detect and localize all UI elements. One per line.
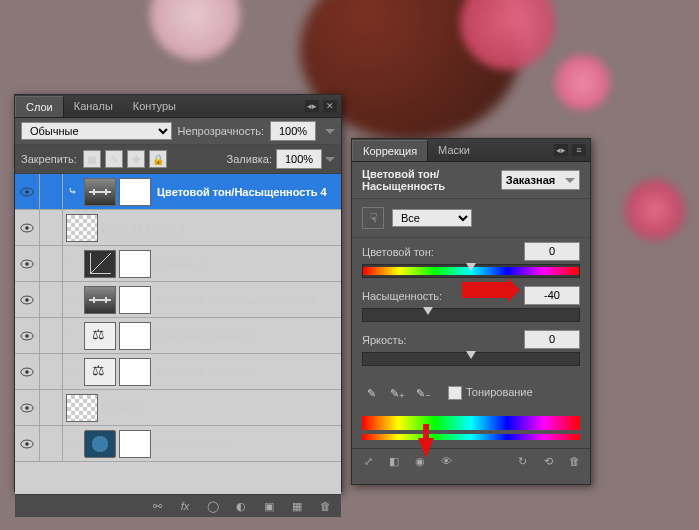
- adjustment-thumbnail: [84, 358, 116, 386]
- layer-name[interactable]: Кривые 4: [157, 258, 341, 270]
- lightness-slider-row: Яркость:0: [352, 326, 590, 370]
- fx-icon[interactable]: fx: [177, 499, 193, 513]
- tab-channels[interactable]: Каналы: [64, 96, 123, 116]
- visibility-toggle[interactable]: [15, 246, 40, 281]
- saturation-label: Насыщенность:: [362, 290, 442, 302]
- preset-select[interactable]: Заказная: [501, 170, 580, 190]
- chevron-down-icon[interactable]: [325, 129, 335, 134]
- lightness-slider[interactable]: [362, 352, 580, 366]
- clip-indent: ⤷: [63, 329, 81, 342]
- hue-value[interactable]: 0: [524, 242, 580, 261]
- link-col: [40, 282, 63, 317]
- layer-mask-thumbnail[interactable]: [119, 358, 151, 386]
- svg-point-15: [25, 442, 29, 446]
- eyedroppers-row: ✎ ✎₊ ✎₋ Тонирование: [352, 370, 590, 408]
- adjustment-thumbnail: [84, 178, 116, 206]
- tab-masks[interactable]: Маски: [428, 140, 480, 160]
- new-adjustment-icon[interactable]: ◐: [233, 499, 249, 513]
- layer-name[interactable]: Слой 18 копия 3: [101, 222, 341, 234]
- lock-transparent-icon[interactable]: ▦: [83, 150, 101, 168]
- saturation-slider[interactable]: [362, 308, 580, 322]
- layer-row[interactable]: ⤷ Цветовой тон/Насыщенность 4: [15, 174, 341, 210]
- layer-row[interactable]: ⤷ Цветовой баланс 1: [15, 354, 341, 390]
- layer-name[interactable]: Цветовой баланс 1: [157, 366, 341, 378]
- layers-panel: Слои Каналы Контуры ◂▸ ✕ Обычные Непрозр…: [14, 94, 342, 492]
- layer-mask-thumbnail[interactable]: [119, 286, 151, 314]
- expand-view-icon[interactable]: ⤢: [360, 454, 376, 468]
- collapse-icon[interactable]: ◂▸: [305, 100, 319, 112]
- adjustment-thumbnail: [84, 286, 116, 314]
- targeted-adjust-icon[interactable]: ☟: [362, 207, 384, 229]
- svg-point-13: [25, 406, 29, 410]
- tab-layers[interactable]: Слои: [15, 96, 64, 117]
- link-col: [40, 390, 63, 425]
- previous-state-icon[interactable]: 👁: [438, 454, 454, 468]
- visibility-toggle[interactable]: [15, 210, 40, 245]
- clip-indent: ⤷: [63, 437, 81, 450]
- layer-name[interactable]: Слой 16: [101, 402, 341, 414]
- layer-mask-thumbnail[interactable]: [119, 250, 151, 278]
- lock-pixels-icon[interactable]: ✎: [105, 150, 123, 168]
- link-layers-icon[interactable]: ⚯: [149, 499, 165, 513]
- lock-position-icon[interactable]: ✥: [127, 150, 145, 168]
- tab-corrections[interactable]: Коррекция: [352, 140, 428, 161]
- add-mask-icon[interactable]: ◯: [205, 499, 221, 513]
- visibility-toggle[interactable]: [15, 390, 40, 425]
- chevron-down-icon[interactable]: [325, 157, 335, 162]
- saturation-value[interactable]: -40: [524, 286, 580, 305]
- layers-list[interactable]: ⤷ Цветовой тон/Насыщенность 4 Слой 18 ко…: [15, 174, 341, 494]
- eyedropper-add-icon[interactable]: ✎₊: [388, 384, 406, 402]
- view-previous-icon[interactable]: ⟲: [540, 454, 556, 468]
- delete-layer-icon[interactable]: 🗑: [317, 499, 333, 513]
- visibility-toggle[interactable]: [15, 282, 40, 317]
- layer-mask-thumbnail[interactable]: [119, 178, 151, 206]
- eyedropper-subtract-icon[interactable]: ✎₋: [414, 384, 432, 402]
- collapse-icon[interactable]: ◂▸: [554, 144, 568, 156]
- visibility-toggle[interactable]: [15, 174, 40, 209]
- layer-row[interactable]: ⤷ Цветовой баланс 2: [15, 318, 341, 354]
- colorize-checkbox[interactable]: Тонирование: [448, 386, 533, 400]
- eyedropper-icon[interactable]: ✎: [362, 384, 380, 402]
- new-layer-icon[interactable]: ▦: [289, 499, 305, 513]
- visibility-toggle[interactable]: [15, 354, 40, 389]
- clip-to-layer-icon[interactable]: ◧: [386, 454, 402, 468]
- layer-name[interactable]: Фотофильтр 1: [157, 438, 341, 450]
- fill-label: Заливка:: [227, 153, 272, 165]
- hue-slider[interactable]: [362, 264, 580, 278]
- lock-row: Закрепить: ▦ ✎ ✥ 🔒 Заливка: 100%: [15, 145, 341, 174]
- layer-mask-thumbnail[interactable]: [119, 322, 151, 350]
- layer-name[interactable]: Цветовой тон/Насыщенность 4: [157, 186, 341, 198]
- layer-row[interactable]: ⤷ Кривые 4: [15, 246, 341, 282]
- layer-row[interactable]: Слой 18 копия 3: [15, 210, 341, 246]
- clip-indent: ⤷: [63, 257, 81, 270]
- tab-paths[interactable]: Контуры: [123, 96, 186, 116]
- opacity-value[interactable]: 100%: [270, 121, 316, 141]
- layer-mask-thumbnail[interactable]: [119, 430, 151, 458]
- visibility-toggle[interactable]: [15, 318, 40, 353]
- close-icon[interactable]: ✕: [323, 100, 337, 112]
- layers-panel-header: Слои Каналы Контуры ◂▸ ✕: [15, 95, 341, 118]
- lightness-value[interactable]: 0: [524, 330, 580, 349]
- delete-adjustment-icon[interactable]: 🗑: [566, 454, 582, 468]
- layer-row[interactable]: ⤷ Фотофильтр 1: [15, 426, 341, 462]
- clip-indent: ⤷: [63, 293, 81, 306]
- annotation-arrow-icon: [418, 438, 434, 458]
- svg-point-5: [25, 262, 29, 266]
- panel-menu-icon[interactable]: ≡: [572, 144, 586, 156]
- layer-name[interactable]: Цветовой тон/Насыщенность 3: [157, 294, 341, 306]
- layer-name[interactable]: Цветовой баланс 2: [157, 330, 341, 342]
- fill-value[interactable]: 100%: [276, 149, 322, 169]
- layer-row[interactable]: Слой 16: [15, 390, 341, 426]
- link-col: [40, 174, 63, 209]
- new-group-icon[interactable]: ▣: [261, 499, 277, 513]
- clip-indent: ⤷: [63, 185, 81, 198]
- layer-thumbnail: [66, 394, 98, 422]
- link-col: [40, 318, 63, 353]
- reset-icon[interactable]: ↻: [514, 454, 530, 468]
- channel-select[interactable]: Все: [392, 209, 472, 227]
- lock-all-icon[interactable]: 🔒: [149, 150, 167, 168]
- blend-mode-select[interactable]: Обычные: [21, 122, 172, 140]
- visibility-toggle[interactable]: [15, 426, 40, 461]
- spectrum-bar-bottom: [362, 434, 580, 440]
- layer-row[interactable]: ⤷ Цветовой тон/Насыщенность 3: [15, 282, 341, 318]
